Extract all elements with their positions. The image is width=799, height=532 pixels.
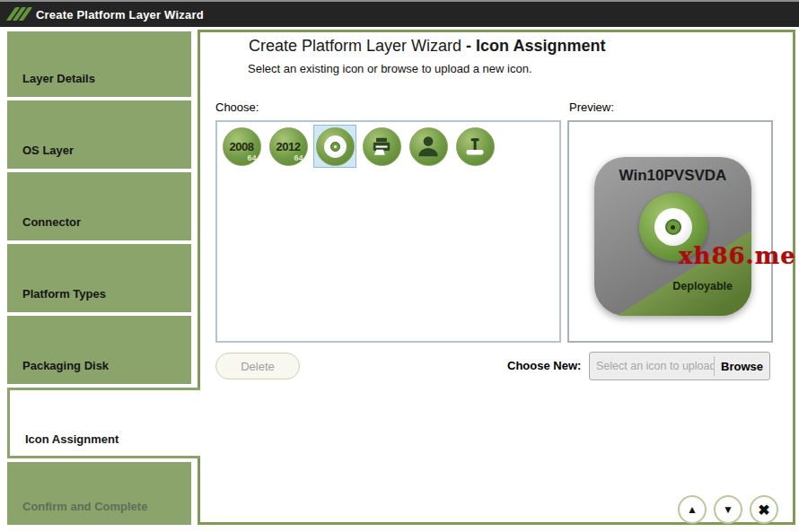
choose-label: Choose: <box>215 100 259 114</box>
page-title-step: - Icon Assignment <box>466 37 605 55</box>
layer-preview-tile: Win10PVSVDA Deployable <box>594 157 751 316</box>
windows-2008-icon: 2008 64 <box>223 127 261 166</box>
close-icon: ✖ <box>758 501 769 519</box>
icon-option-sweeper[interactable] <box>453 125 496 168</box>
window-title: Create Platform Layer Wizard <box>36 8 204 22</box>
icon-option-printer[interactable] <box>360 125 403 168</box>
sidebar-item-label: Icon Assignment <box>25 432 119 446</box>
choose-new-label: Choose New: <box>507 359 581 372</box>
icon-arch-badge: 64 <box>247 153 256 162</box>
sidebar-item-icon-assignment[interactable]: Icon Assignment <box>7 388 200 458</box>
browse-button[interactable]: Browse <box>715 360 769 373</box>
preview-label: Preview: <box>569 100 614 114</box>
upload-file-input[interactable]: Select an icon to upload <box>590 360 714 372</box>
sidebar-item-platform-types[interactable]: Platform Types <box>7 244 191 312</box>
wizard-next-button[interactable]: ▼ <box>714 495 742 524</box>
icon-year-text: 2012 <box>277 140 301 153</box>
icon-option-windows-2012[interactable]: 2012 64 <box>267 125 310 168</box>
delete-button[interactable]: Delete <box>215 353 300 379</box>
icon-listbox: 2008 64 2012 64 <box>215 120 561 343</box>
sidebar-item-os-layer[interactable]: OS Layer <box>7 100 191 169</box>
icon-option-disc-selected[interactable] <box>313 125 356 168</box>
sidebar-item-confirm-and-complete: Confirm and Complete <box>7 462 191 525</box>
icon-option-user[interactable] <box>407 125 450 168</box>
sidebar-item-label: OS Layer <box>22 144 74 157</box>
icon-option-windows-2008[interactable]: 2008 64 <box>220 125 263 168</box>
printer-icon <box>363 127 401 166</box>
wizard-cancel-button[interactable]: ✖ <box>750 495 778 524</box>
up-arrow-icon: ▲ <box>687 503 698 516</box>
citrix-stripes-icon <box>8 7 30 22</box>
sidebar-item-label: Confirm and Complete <box>22 500 147 513</box>
layer-name: Win10PVSVDA <box>594 167 751 185</box>
sidebar-item-label: Packaging Disk <box>22 359 109 372</box>
page-subtitle: Select an existing icon or browse to upl… <box>248 62 532 75</box>
icon-row: 2008 64 2012 64 <box>217 122 559 170</box>
icon-arch-badge: 64 <box>294 153 303 162</box>
page-title-prefix: Create Platform Layer Wizard <box>249 37 466 55</box>
user-icon <box>409 127 448 166</box>
page-title: Create Platform Layer Wizard - Icon Assi… <box>249 37 605 56</box>
wizard-back-button[interactable]: ▲ <box>678 495 707 524</box>
icon-year-text: 2008 <box>230 140 254 153</box>
sidebar-item-packaging-disk[interactable]: Packaging Disk <box>7 316 191 384</box>
sidebar-item-label: Layer Details <box>22 72 95 85</box>
down-arrow-icon: ▼ <box>723 503 733 516</box>
status-badge: Deployable <box>672 280 733 292</box>
window-titlebar[interactable]: Create Platform Layer Wizard <box>0 0 799 27</box>
icon-preview-box: Win10PVSVDA Deployable <box>567 120 773 343</box>
upload-file-control[interactable]: Select an icon to upload Browse <box>589 352 770 380</box>
sidebar-item-label: Connector <box>22 215 81 229</box>
sidebar-item-label: Platform Types <box>22 287 106 301</box>
sidebar-item-connector[interactable]: Connector <box>7 172 191 240</box>
watermark-text: xh86.me <box>679 242 796 269</box>
disc-icon <box>316 127 355 166</box>
sidebar-item-layer-details[interactable]: Layer Details <box>7 31 191 97</box>
windows-2012-icon: 2012 64 <box>269 127 308 166</box>
sweeper-icon <box>456 127 495 166</box>
wizard-content-panel: Create Platform Layer Wizard - Icon Assi… <box>198 30 795 525</box>
